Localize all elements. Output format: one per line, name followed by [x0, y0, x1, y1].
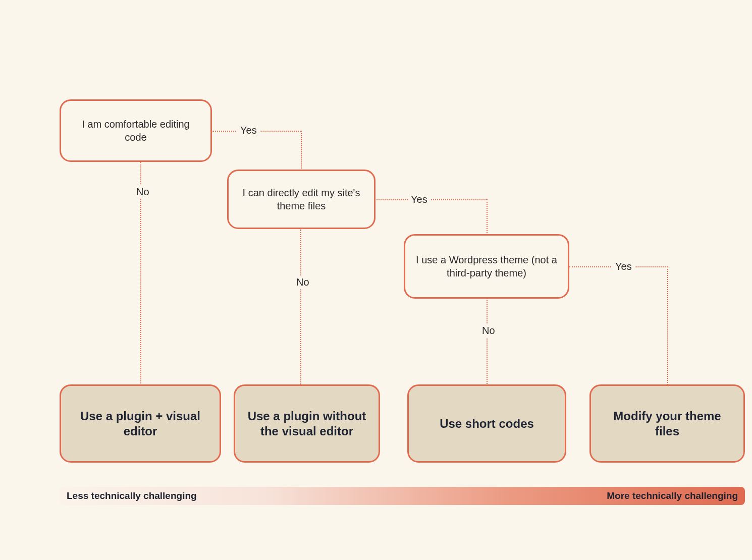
connector — [487, 298, 488, 386]
connector — [374, 199, 487, 200]
flowchart-canvas: I am comfortable editing code I can dire… — [0, 0, 752, 560]
outcome-short-codes: Use short codes — [407, 384, 566, 463]
connector — [300, 229, 301, 386]
edge-label-no: No — [133, 185, 152, 199]
edge-label-no: No — [293, 275, 312, 289]
outcome-text: Use short codes — [440, 416, 534, 431]
connector — [487, 199, 488, 235]
connector — [301, 131, 302, 171]
decision-text: I am comfortable editing code — [70, 118, 201, 144]
decision-text: I can directly edit my site's theme file… — [238, 186, 365, 212]
connector — [667, 266, 668, 385]
edge-label-no: No — [479, 324, 498, 338]
outcome-text: Use a plugin + visual editor — [71, 409, 209, 439]
scale-right-label: More technically challenging — [607, 490, 738, 501]
decision-node-q3: I use a Wordpress theme (not a third-par… — [404, 234, 569, 299]
outcome-modify-theme-files: Modify your theme files — [589, 384, 745, 463]
edge-label-yes: Yes — [408, 193, 431, 206]
outcome-text: Use a plugin without the visual editor — [245, 409, 368, 439]
difficulty-scale: Less technically challenging More techni… — [60, 487, 745, 505]
decision-text: I use a Wordpress theme (not a third-par… — [414, 253, 559, 279]
edge-label-yes: Yes — [612, 260, 635, 273]
edge-label-yes: Yes — [237, 124, 260, 137]
outcome-plugin-visual-editor: Use a plugin + visual editor — [60, 384, 221, 463]
decision-node-q1: I am comfortable editing code — [60, 99, 212, 162]
outcome-text: Modify your theme files — [601, 409, 733, 439]
decision-node-q2: I can directly edit my site's theme file… — [227, 170, 375, 229]
outcome-plugin-no-visual-editor: Use a plugin without the visual editor — [234, 384, 380, 463]
scale-left-label: Less technically challenging — [67, 490, 197, 501]
